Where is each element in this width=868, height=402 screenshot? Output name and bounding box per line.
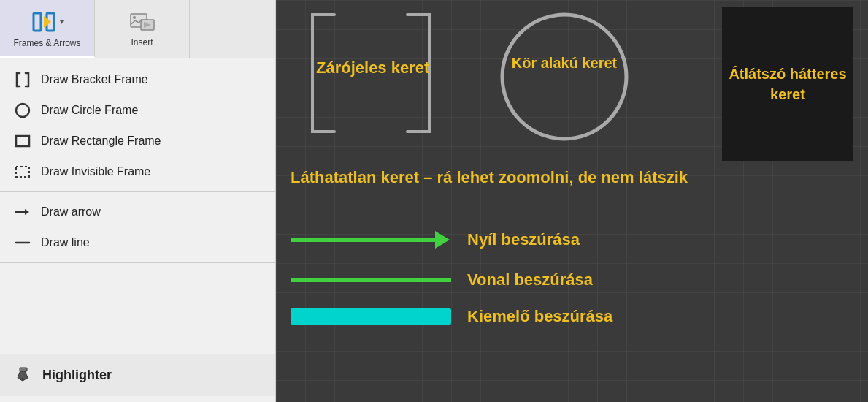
svg-point-16 bbox=[502, 15, 626, 139]
menu-item-invis-frame[interactable]: Draw Invisible Frame bbox=[0, 156, 275, 187]
draw-arrow-label: Draw arrow bbox=[41, 205, 101, 219]
insert-label: Insert bbox=[131, 37, 153, 48]
insert-icon bbox=[129, 11, 155, 34]
highlighter-label: Highlighter bbox=[42, 368, 112, 383]
content-area: Zárójeles keret Kör alakú keret Átlátszó… bbox=[276, 0, 868, 402]
rect-frame-label: Draw Rectangle Frame bbox=[41, 134, 161, 148]
black-box-content-label: Átlátszó hátteres keret bbox=[722, 64, 853, 105]
rect-frame-icon bbox=[15, 133, 31, 149]
circle-frame-label: Draw Circle Frame bbox=[41, 104, 138, 117]
svg-rect-9 bbox=[16, 167, 29, 177]
insert-icon-area bbox=[129, 11, 155, 34]
svg-rect-8 bbox=[16, 136, 29, 146]
frames-dropdown-arrow[interactable]: ▾ bbox=[60, 18, 64, 26]
circle-frame-content-label: Kör alakú keret bbox=[495, 55, 634, 72]
line-content-label: Vonal beszúrása bbox=[467, 270, 593, 289]
frames-arrows-button[interactable]: ▾ Frames & Arrows bbox=[0, 0, 95, 58]
menu-item-line[interactable]: Draw line bbox=[0, 227, 275, 258]
svg-point-7 bbox=[16, 104, 29, 117]
menu-item-highlighter[interactable]: Highlighter bbox=[0, 354, 275, 396]
insert-button[interactable]: Insert bbox=[95, 0, 190, 58]
menu-item-bracket-frame[interactable]: Draw Bracket Frame bbox=[0, 64, 275, 95]
highlight-content-label: Kiemelő beszúrása bbox=[467, 307, 612, 326]
highlight-bar-visual bbox=[291, 308, 451, 325]
menu-item-rect-frame[interactable]: Draw Rectangle Frame bbox=[0, 126, 275, 156]
arrow-head bbox=[435, 231, 450, 249]
highlighter-icon bbox=[15, 365, 32, 386]
frames-arrows-icon-area: ▾ bbox=[31, 9, 64, 35]
toolbar-row: ▾ Frames & Arrows Insert bbox=[0, 0, 275, 58]
invis-frame-label: Draw Invisible Frame bbox=[41, 165, 150, 178]
left-panel: ▾ Frames & Arrows Insert bbox=[0, 0, 276, 402]
arrow-row: Nyíl beszúrása bbox=[291, 230, 580, 249]
bracket-frame-label: Draw Bracket Frame bbox=[41, 73, 148, 86]
draw-line-label: Draw line bbox=[41, 236, 90, 249]
line-visual bbox=[291, 278, 451, 282]
circle-frame-visual bbox=[495, 7, 634, 146]
menu-item-arrow[interactable]: Draw arrow bbox=[0, 197, 275, 227]
svg-rect-14 bbox=[20, 368, 27, 371]
highlight-row: Kiemelő beszúrása bbox=[291, 307, 612, 326]
frames-arrows-icon bbox=[31, 9, 57, 35]
line-row: Vonal beszúrása bbox=[291, 270, 593, 289]
frames-arrows-label: Frames & Arrows bbox=[13, 38, 80, 48]
line-icon bbox=[15, 235, 31, 251]
bracket-frame-content-label: Zárójeles keret bbox=[316, 58, 429, 77]
bracket-frame-icon bbox=[15, 72, 31, 88]
invis-frame-icon bbox=[15, 164, 31, 180]
divider-1 bbox=[0, 191, 275, 192]
invisible-frame-content-label: Láthatatlan keret – rá lehet zoomolni, d… bbox=[291, 168, 688, 187]
arrow-line-visual bbox=[291, 238, 437, 242]
divider-2 bbox=[0, 262, 275, 263]
menu-items: Draw Bracket Frame Draw Circle Frame Dra… bbox=[0, 58, 275, 402]
svg-rect-0 bbox=[34, 13, 41, 31]
circle-frame-icon bbox=[15, 102, 31, 118]
arrow-icon bbox=[15, 204, 31, 220]
svg-point-6 bbox=[133, 16, 136, 19]
arrow-content-label: Nyíl beszúrása bbox=[467, 230, 580, 249]
black-box-frame-visual: Átlátszó hátteres keret bbox=[722, 7, 853, 161]
svg-marker-11 bbox=[25, 209, 29, 215]
menu-item-circle-frame[interactable]: Draw Circle Frame bbox=[0, 95, 275, 126]
